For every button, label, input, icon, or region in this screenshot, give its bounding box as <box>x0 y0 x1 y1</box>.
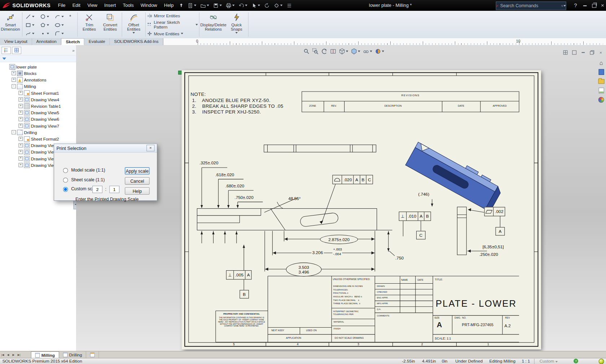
angle-dimension[interactable]: 48.56° <box>288 196 300 201</box>
dimension[interactable]: .618±.020 <box>215 172 234 177</box>
tab-addins[interactable]: SOLIDWORKS Add-Ins <box>110 38 163 45</box>
select-cursor-icon[interactable] <box>249 0 262 11</box>
cancel-button[interactable]: Cancel <box>125 177 150 185</box>
doc-close-button[interactable]: × <box>598 49 604 55</box>
quick-tips-icon[interactable]: ? <box>574 359 578 363</box>
save-icon[interactable] <box>211 0 224 11</box>
zoom-area-icon[interactable] <box>312 48 319 54</box>
datum-feature-a[interactable]: A <box>496 227 505 236</box>
expand-toggle[interactable]: + <box>18 150 23 154</box>
linear-sketch-pattern-button[interactable]: Linear Sketch Pattern <box>147 20 198 30</box>
tree-filter-row[interactable] <box>0 56 76 62</box>
first-sheet-icon[interactable]: |◀ <box>0 351 5 358</box>
edit-appearance-icon[interactable] <box>375 48 384 54</box>
dimension[interactable]: .325±.020 <box>199 161 218 165</box>
dialog-close-icon[interactable]: × <box>146 145 155 151</box>
expand-toggle[interactable]: + <box>18 163 23 167</box>
previous-view-icon[interactable] <box>321 48 327 54</box>
display-delete-relations-button[interactable]: Display/Delete Relations <box>201 11 226 38</box>
tree-item-drawing-view5[interactable]: +Drawing View5 <box>0 109 76 116</box>
restore-button[interactable] <box>590 0 598 11</box>
ellipse-tool-icon[interactable] <box>53 22 68 28</box>
next-sheet-icon[interactable]: ▶ <box>11 351 16 358</box>
rectangle-tool-icon[interactable] <box>23 22 38 28</box>
sheet-scale-radio-row[interactable]: Sheet scale (1:1) <box>61 177 105 183</box>
arc-tool-icon[interactable] <box>53 14 68 20</box>
dimension[interactable]: .750 <box>395 256 404 260</box>
help-icon[interactable]: ? <box>571 0 580 11</box>
expand-toggle[interactable]: - <box>12 130 16 134</box>
open-icon[interactable] <box>198 0 211 11</box>
circle-tool-icon[interactable] <box>38 14 53 20</box>
line-tool-icon[interactable] <box>23 14 38 20</box>
custom-dropdown[interactable]: Custom <box>540 359 558 363</box>
home-icon[interactable]: ⌂ <box>598 60 604 66</box>
tab-sketch[interactable]: Sketch <box>61 38 84 45</box>
doc-restore-button[interactable] <box>589 49 595 55</box>
print-selection-dialog[interactable]: Print Selection × Model scale (1:1) Shee… <box>54 144 157 201</box>
new-file-icon[interactable] <box>186 0 198 11</box>
fillet-tool-icon[interactable] <box>53 31 68 37</box>
expand-toggle[interactable]: + <box>18 156 23 161</box>
side-view[interactable] <box>457 207 467 255</box>
polygon-tool-icon[interactable] <box>38 22 53 28</box>
tree-item-root[interactable]: lower plate <box>0 63 76 70</box>
menu-window[interactable]: Window <box>137 0 161 11</box>
hide-show-items-icon[interactable] <box>363 48 372 54</box>
trim-entities-button[interactable]: Trim Entities <box>79 11 100 38</box>
section-view-icon[interactable] <box>330 48 336 54</box>
tree-item-drilling[interactable]: -Drilling <box>0 129 76 136</box>
custom-scale-numerator-input[interactable] <box>92 186 102 193</box>
asterisk-tool-icon[interactable]: * <box>68 14 76 20</box>
apply-scale-button[interactable]: Apply scale <box>125 167 150 174</box>
display-manager-tab[interactable] <box>12 46 21 54</box>
prev-sheet-icon[interactable]: ◀ <box>5 351 11 358</box>
front-view[interactable] <box>197 209 377 230</box>
top-view[interactable] <box>264 145 376 152</box>
undo-icon[interactable] <box>237 0 249 11</box>
spline-tool-icon[interactable] <box>23 31 38 37</box>
file-explorer-icon[interactable] <box>598 79 604 84</box>
resource-monitor-icon[interactable] <box>599 359 604 364</box>
expand-toggle[interactable]: + <box>18 91 23 95</box>
menu-help[interactable]: Help <box>161 0 177 11</box>
tolerance-lower[interactable]: -.004 <box>332 252 342 256</box>
expand-toggle[interactable]: + <box>18 124 23 128</box>
expand-toggle[interactable]: + <box>12 71 16 75</box>
point-tool-icon[interactable] <box>38 31 53 37</box>
add-sheet-button[interactable] <box>86 351 99 358</box>
expand-toggle[interactable]: - <box>12 84 16 89</box>
last-sheet-icon[interactable]: ▶| <box>16 351 22 358</box>
print-icon[interactable] <box>224 0 237 11</box>
appearances-icon[interactable] <box>598 97 604 103</box>
menu-file[interactable]: File <box>54 0 69 11</box>
tab-annotation[interactable]: Annotation <box>32 38 61 45</box>
reference-dimension[interactable]: (.746) <box>418 192 429 197</box>
menu-tools[interactable]: Tools <box>119 0 137 11</box>
smart-dimension-button[interactable]: Smart Dimension <box>0 11 21 38</box>
menu-edit[interactable]: Edit <box>69 0 84 11</box>
minimize-button[interactable] <box>580 0 589 11</box>
inspection-dimension[interactable]: 2.875±.020 <box>320 235 358 244</box>
perpendicularity-feature-control-frame[interactable]: ⊥ .010 A B <box>399 212 431 221</box>
drawing-sheet[interactable]: NOTE: 1. ANODIZE BLUE PER XYZ-50. 2. BRE… <box>182 70 541 350</box>
viewport-single-icon[interactable] <box>571 49 577 55</box>
sheet-scale-radio[interactable] <box>63 178 68 183</box>
tree-item-milling[interactable]: -Milling <box>0 83 76 89</box>
view-orientation-icon[interactable] <box>339 48 348 54</box>
panel-expand-icon[interactable]: » <box>72 48 75 53</box>
tree-item-sheet-format1[interactable]: +Sheet Format1 <box>0 90 76 96</box>
search-input[interactable] <box>499 4 561 8</box>
rebuild-icon[interactable] <box>262 0 272 11</box>
dual-dimension[interactable]: [6,35±0,51] <box>475 244 512 249</box>
expand-toggle[interactable]: + <box>18 117 23 121</box>
search-dropdown-icon[interactable] <box>563 5 566 6</box>
expand-toggle[interactable]: + <box>18 104 23 108</box>
model-scale-radio-row[interactable]: Model scale (1:1) <box>61 167 105 173</box>
expand-toggle[interactable]: + <box>18 97 23 102</box>
doc-minimize-button[interactable] <box>580 49 586 55</box>
viewport-grid-icon[interactable] <box>562 49 568 55</box>
tree-item-blocks[interactable]: +Blocks <box>0 70 76 76</box>
tolerance-upper[interactable]: +.003 <box>332 248 343 252</box>
options-gear-icon[interactable] <box>272 0 284 11</box>
